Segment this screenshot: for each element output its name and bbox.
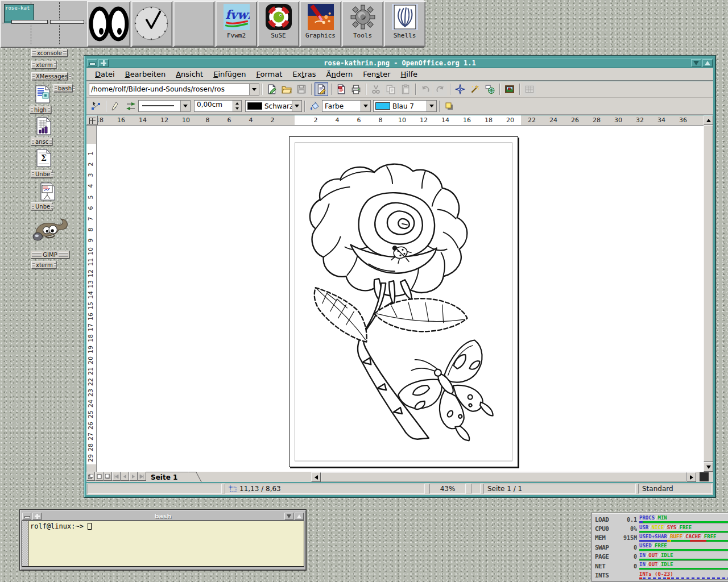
open-folder-button[interactable] [280, 82, 293, 96]
scroll-left-icon[interactable] [311, 472, 321, 482]
menu-fenster[interactable]: Fenster [358, 69, 395, 80]
drawing-page[interactable] [289, 136, 518, 467]
chevron-down-icon[interactable] [361, 101, 370, 111]
redo-button[interactable] [433, 82, 447, 96]
menu-ansicht[interactable]: Ansicht [171, 69, 208, 80]
copy-button[interactable] [384, 82, 398, 96]
menu-datei[interactable]: Datei [90, 69, 120, 80]
launcher-graphics[interactable]: Graphics [300, 1, 341, 47]
horizontal-scrollbar-thumb[interactable] [321, 472, 686, 481]
spreadsheet-icon[interactable] [36, 117, 51, 135]
status-zoom-cell[interactable]: 43% [429, 484, 466, 494]
iconify-button[interactable] [87, 59, 97, 67]
window-resize-corner[interactable] [700, 472, 709, 481]
master-view-button[interactable] [95, 472, 104, 481]
shadow-button[interactable] [442, 99, 456, 113]
icon-unbenannt-2[interactable]: Unbe [31, 202, 52, 210]
navigator-button[interactable] [453, 82, 467, 96]
first-page-button[interactable] [112, 472, 121, 481]
formula-document-icon[interactable]: Σ [36, 149, 51, 167]
raise-button[interactable] [702, 59, 713, 67]
new-document-button[interactable] [265, 82, 279, 96]
gallery-button[interactable] [503, 82, 516, 96]
save-button[interactable] [295, 82, 308, 96]
spin-up-icon[interactable] [233, 101, 241, 106]
launcher-shells[interactable]: Shells [384, 1, 425, 47]
chevron-down-icon[interactable] [249, 84, 259, 95]
vertical-scrollbar[interactable] [704, 115, 713, 472]
title-bar[interactable]: rose-kathrin.png - OpenOffice.org 1.1 [86, 58, 713, 68]
icon-xmessages[interactable]: XMessages [31, 72, 68, 80]
terminal-body[interactable]: rolf@linux:~> [22, 521, 304, 567]
icon-xterm[interactable]: xterm [31, 61, 56, 69]
load-url-combobox[interactable] [89, 84, 259, 95]
icon-bash[interactable]: bash [53, 84, 73, 92]
shade-button[interactable] [284, 513, 293, 520]
scroll-right-icon[interactable] [686, 472, 696, 482]
prev-page-button[interactable] [121, 472, 129, 481]
fvwm-pager[interactable]: rose-kat [2, 2, 86, 44]
page-view-button[interactable] [104, 472, 112, 481]
vertical-scrollbar-thumb[interactable] [704, 125, 713, 462]
status-position-cell[interactable]: 11,13 / 8,63 [225, 484, 425, 494]
hyperlink-button[interactable] [483, 82, 497, 96]
last-page-button[interactable] [138, 472, 146, 481]
line-color-select[interactable]: Schwarz [245, 100, 302, 112]
shade-button[interactable] [691, 59, 701, 67]
launcher-tools[interactable]: Tools [342, 1, 383, 47]
pen-style-button[interactable] [109, 99, 123, 113]
menu-bearbeiten[interactable]: Bearbeiten [120, 69, 171, 80]
paste-button[interactable] [399, 82, 412, 96]
presentation-icon[interactable] [40, 182, 56, 201]
raise-button[interactable] [295, 513, 304, 520]
datasource-button[interactable] [523, 82, 536, 96]
pager-mini-window[interactable] [50, 20, 84, 24]
layer-view-button[interactable] [86, 472, 95, 481]
edit-file-button[interactable] [315, 82, 328, 96]
spin-down-icon[interactable] [233, 106, 241, 112]
scroll-down-icon[interactable] [704, 462, 713, 472]
tab-seite-1[interactable]: Seite 1 [146, 472, 188, 482]
icon-xconsole[interactable]: xconsole [31, 49, 68, 57]
text-document-icon[interactable] [35, 85, 50, 103]
menu-format[interactable]: Format [251, 69, 288, 80]
launcher-suse[interactable]: SuSE [258, 1, 299, 47]
menu-ndern[interactable]: Ändern [321, 69, 358, 80]
edit-points-button[interactable] [89, 99, 103, 113]
fill-style-select[interactable]: Farbe [322, 100, 371, 112]
line-width-spinner[interactable]: 0,00cm [194, 100, 242, 112]
horizontal-scrollbar[interactable] [311, 472, 696, 481]
icon-ansc[interactable]: ansc [31, 138, 52, 146]
maximize-button[interactable] [32, 513, 42, 520]
chevron-down-icon[interactable] [292, 101, 301, 111]
print-button[interactable] [349, 82, 363, 96]
icon-xterm-2[interactable]: xterm [31, 261, 56, 269]
menu-hilfe[interactable]: Hilfe [395, 69, 423, 80]
cut-button[interactable] [369, 82, 383, 96]
icon-unbenannt-1[interactable]: Unbe [31, 170, 52, 178]
terminal-title-bar[interactable]: bash [22, 512, 304, 521]
chevron-down-icon[interactable] [180, 101, 190, 111]
line-style-select[interactable] [138, 100, 191, 112]
next-page-button[interactable] [129, 472, 138, 481]
ruler-origin-button[interactable] [86, 115, 98, 125]
url-input[interactable] [89, 84, 249, 95]
fill-style-button[interactable] [308, 99, 321, 113]
undo-button[interactable] [419, 82, 432, 96]
icon-high[interactable]: high [30, 106, 51, 114]
icon-gimp[interactable]: GIMP [31, 251, 69, 259]
wizard-button[interactable] [468, 82, 482, 96]
fill-color-select[interactable]: Blau 7 [373, 100, 437, 112]
iconify-button[interactable] [22, 513, 31, 520]
gimp-wilber-icon[interactable] [32, 218, 68, 244]
scroll-up-icon[interactable] [704, 115, 713, 125]
drawing-canvas[interactable] [97, 126, 704, 472]
pager-mini-window[interactable] [11, 20, 48, 24]
menu-extras[interactable]: Extras [287, 69, 321, 80]
arrow-ends-button[interactable] [124, 99, 138, 113]
maximize-button[interactable] [98, 59, 109, 67]
launcher-fvwm2[interactable]: fvwm Fvwm2 [216, 1, 257, 47]
terminal-scrollbar[interactable] [22, 521, 28, 566]
menu-einfgen[interactable]: Einfügen [208, 69, 251, 80]
chevron-down-icon[interactable] [427, 101, 436, 111]
